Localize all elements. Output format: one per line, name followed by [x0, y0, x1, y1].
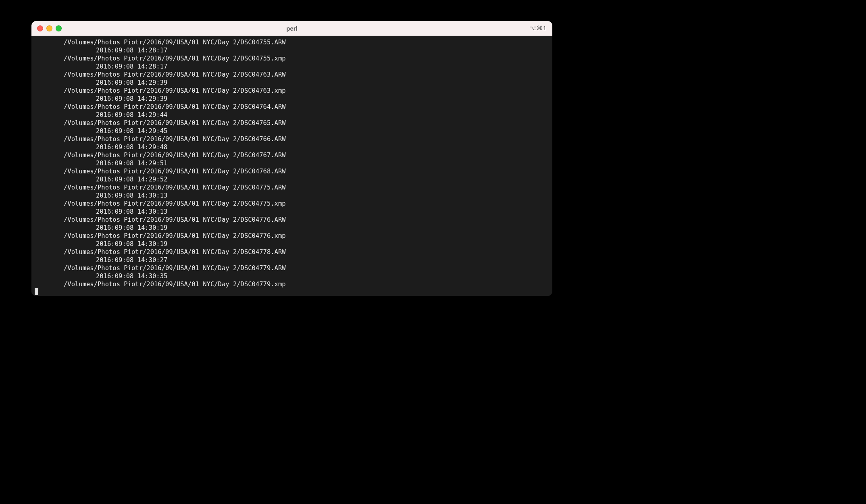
output-line-timestamp: 2016:09:08 14:29:45 [35, 127, 552, 135]
output-line-timestamp: 2016:09:08 14:28:17 [35, 46, 552, 54]
output-line-path: /Volumes/Photos Piotr/2016/09/USA/01 NYC… [35, 183, 552, 192]
terminal-cursor [35, 288, 38, 295]
output-line-timestamp: 2016:09:08 14:29:52 [35, 175, 552, 183]
output-line-path: /Volumes/Photos Piotr/2016/09/USA/01 NYC… [35, 167, 552, 175]
output-line-path: /Volumes/Photos Piotr/2016/09/USA/01 NYC… [35, 232, 552, 240]
output-line-path: /Volumes/Photos Piotr/2016/09/USA/01 NYC… [35, 200, 552, 208]
output-line-path: /Volumes/Photos Piotr/2016/09/USA/01 NYC… [35, 135, 552, 143]
terminal-output[interactable]: /Volumes/Photos Piotr/2016/09/USA/01 NYC… [31, 36, 552, 296]
output-line-path: /Volumes/Photos Piotr/2016/09/USA/01 NYC… [35, 248, 552, 256]
output-line-path: /Volumes/Photos Piotr/2016/09/USA/01 NYC… [35, 38, 552, 46]
titlebar: perl ⌥⌘1 [31, 21, 552, 36]
output-line-timestamp: 2016:09:08 14:30:19 [35, 224, 552, 232]
output-line-timestamp: 2016:09:08 14:30:13 [35, 208, 552, 216]
output-line-path: /Volumes/Photos Piotr/2016/09/USA/01 NYC… [35, 264, 552, 272]
output-line-timestamp: 2016:09:08 14:29:44 [35, 111, 552, 119]
output-line-path: /Volumes/Photos Piotr/2016/09/USA/01 NYC… [35, 280, 552, 288]
output-line-timestamp: 2016:09:08 14:30:35 [35, 272, 552, 280]
output-line-timestamp: 2016:09:08 14:29:39 [35, 95, 552, 103]
output-line-path: /Volumes/Photos Piotr/2016/09/USA/01 NYC… [35, 54, 552, 62]
cursor-line [35, 288, 552, 296]
output-line-timestamp: 2016:09:08 14:28:17 [35, 62, 552, 71]
output-line-timestamp: 2016:09:08 14:29:48 [35, 143, 552, 151]
output-line-path: /Volumes/Photos Piotr/2016/09/USA/01 NYC… [35, 151, 552, 159]
output-line-timestamp: 2016:09:08 14:30:13 [35, 192, 552, 200]
output-line-path: /Volumes/Photos Piotr/2016/09/USA/01 NYC… [35, 103, 552, 111]
output-line-path: /Volumes/Photos Piotr/2016/09/USA/01 NYC… [35, 216, 552, 224]
output-line-path: /Volumes/Photos Piotr/2016/09/USA/01 NYC… [35, 87, 552, 95]
terminal-window: perl ⌥⌘1 /Volumes/Photos Piotr/2016/09/U… [31, 21, 552, 296]
output-line-timestamp: 2016:09:08 14:30:27 [35, 256, 552, 264]
output-line-path: /Volumes/Photos Piotr/2016/09/USA/01 NYC… [35, 119, 552, 127]
output-line-timestamp: 2016:09:08 14:30:19 [35, 240, 552, 248]
output-line-timestamp: 2016:09:08 14:29:51 [35, 159, 552, 167]
output-line-timestamp: 2016:09:08 14:29:39 [35, 79, 552, 87]
window-title: perl [31, 25, 552, 32]
output-line-path: /Volumes/Photos Piotr/2016/09/USA/01 NYC… [35, 71, 552, 79]
